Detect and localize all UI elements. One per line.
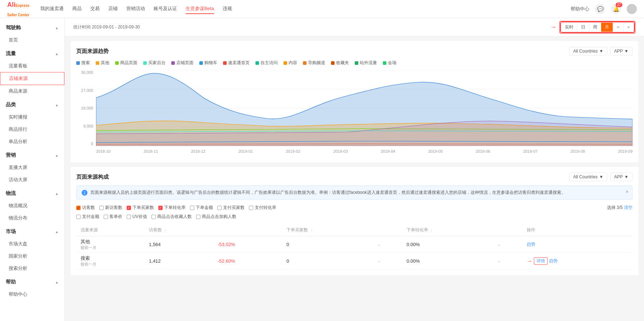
x-label-feb: 2019-02	[286, 149, 300, 153]
clear-button[interactable]: 清空	[624, 205, 632, 210]
composition-countries-dropdown[interactable]: All Countries ▼	[569, 173, 607, 181]
sidebar-section-category-header[interactable]: 品类 ▲	[0, 99, 64, 111]
trend-link-other[interactable]: 趋势	[527, 242, 535, 247]
orders-sub-cell-other: –	[373, 236, 402, 253]
chevron-down-icon: ▼	[599, 49, 603, 54]
nav-account[interactable]: 账号及认证	[154, 4, 177, 14]
metric-order-buyers[interactable]: ✓ 下单买家数	[127, 205, 154, 211]
chart-svg-container	[96, 70, 632, 146]
sidebar-item-product-source[interactable]: 商品来源	[0, 85, 64, 97]
sidebar-item-event-screen[interactable]: 活动大屏	[0, 174, 64, 186]
source-cell-search: 搜索 较前一月	[76, 253, 145, 269]
sidebar-section-marketing-header[interactable]: 营销 ▲	[0, 149, 64, 161]
metric-checkbox-pay-conv[interactable]	[249, 206, 253, 210]
sidebar-item-search-analysis[interactable]: 搜索分析	[0, 262, 64, 275]
legend-guide: 导购频道	[303, 60, 325, 66]
sidebar-item-country-analysis[interactable]: 国家分析	[0, 250, 64, 262]
nav-analytics[interactable]: 生意参谋Beta	[186, 4, 214, 14]
sidebar-section-help: 帮助 ▲ 帮助中心	[0, 276, 64, 300]
col-visitors[interactable]: 访客数 ↓	[145, 224, 213, 236]
metric-pay-conv[interactable]: 支付转化率	[249, 205, 276, 211]
metric-avg-order[interactable]: 客单价	[104, 214, 122, 220]
col-conv[interactable]: 下单转化率 ↓	[402, 224, 494, 236]
metric-checkbox-order-buyers[interactable]: ✓	[127, 206, 131, 210]
countries-dropdown[interactable]: All Countries ▼	[569, 47, 607, 55]
close-info-icon[interactable]: ×	[626, 189, 629, 195]
time-tab-week[interactable]: 周	[589, 23, 601, 32]
chat-icon[interactable]: 💬	[595, 4, 605, 14]
chevron-up-icon: ▲	[55, 153, 59, 157]
sidebar-section-cockpit-header[interactable]: 驾驶舱 ▲	[0, 22, 64, 34]
nav-my-aliexpress[interactable]: 我的速卖通	[40, 4, 64, 14]
notification-icon[interactable]: 🔔 27	[611, 4, 621, 14]
x-label-jan: 2019-01	[239, 149, 253, 153]
user-avatar[interactable]	[627, 4, 637, 14]
nav-violations[interactable]: 违规	[223, 4, 232, 14]
y-label-18000: 18,000	[76, 106, 96, 110]
sidebar-item-home[interactable]: 首页	[0, 34, 64, 46]
metric-checkbox-order-conv[interactable]: ✓	[158, 206, 163, 210]
time-tab-realtime[interactable]: 实时	[561, 23, 577, 32]
metric-checkbox-visitors[interactable]: ✓	[76, 206, 81, 210]
sidebar-item-logistics-distribution[interactable]: 物流分布	[0, 212, 64, 224]
sidebar-item-market-overview[interactable]: 市场大盘	[0, 238, 64, 250]
sidebar-item-logistics-overview[interactable]: 物流概况	[0, 200, 64, 212]
metric-checkbox-avg-order[interactable]	[104, 215, 108, 219]
sidebar-item-product-ranking[interactable]: 商品排行	[0, 123, 64, 135]
metric-pay-amount[interactable]: 支付金额	[76, 214, 99, 220]
sidebar-item-traffic-dashboard[interactable]: 流量看板	[0, 60, 64, 72]
source-cell-other: 其他 较前一月	[76, 236, 145, 253]
nav-transactions[interactable]: 交易	[90, 4, 100, 14]
detail-link-search[interactable]: 详情	[536, 258, 545, 263]
time-tab-month[interactable]: 月	[601, 23, 613, 32]
col-orders[interactable]: 下单买家数 ↓	[282, 224, 373, 236]
metric-checkbox-collect[interactable]	[151, 215, 156, 219]
stat-date: 统计时间 2019-09-01 - 2019-09-30	[73, 24, 140, 30]
metric-collect[interactable]: 商品点击收藏人数	[151, 214, 192, 220]
main-content: 统计时间 2019-09-01 - 2019-09-30 → 实时 日 周 月 …	[65, 18, 644, 321]
visitors-cell-other: 1,564	[145, 236, 213, 253]
sidebar-item-realtime[interactable]: 实时播报	[0, 111, 64, 123]
x-label-sep: 2019-09	[618, 149, 632, 153]
metric-pay-buyers[interactable]: 支付买家数	[217, 205, 245, 211]
actions-cell-other: 趋势	[522, 236, 632, 253]
x-label-dec: 2018-12	[191, 149, 205, 153]
x-label-jun: 2019-06	[476, 149, 490, 153]
nav-store[interactable]: 店铺	[108, 4, 118, 14]
trend-link-search[interactable]: 趋势	[549, 258, 558, 264]
metric-cart-add[interactable]: 商品点击加购人数	[196, 214, 236, 220]
metrics-row: ✓ 访客数 新访客数 ✓ 下单买家数 ✓ 下单转化率 下单金额	[76, 205, 632, 211]
chevron-down-icon: ▼	[624, 49, 629, 54]
metric-new-visitors[interactable]: 新访客数	[99, 205, 122, 211]
sidebar-item-store-source[interactable]: 店铺来源	[0, 72, 64, 85]
sidebar-item-livestream[interactable]: 直播大屏	[0, 161, 64, 174]
time-tab-day[interactable]: 日	[577, 23, 589, 32]
nav-products[interactable]: 商品	[72, 4, 82, 14]
metric-checkbox-uv[interactable]	[127, 215, 131, 219]
sidebar-section-logistics-header[interactable]: 物流 ▲	[0, 187, 64, 200]
app-dropdown[interactable]: APP ▼	[610, 47, 632, 55]
help-link[interactable]: 帮助中心	[571, 6, 589, 12]
sidebar-section-traffic-header[interactable]: 流量 ▲	[0, 48, 64, 60]
visitors-change-cell-other: -53.02%	[213, 236, 282, 253]
sidebar-section-market: 市场 ▲ 市场大盘 国家分析 搜索分析	[0, 226, 64, 275]
time-tab-prev[interactable]: ＜	[613, 23, 623, 32]
y-label-9000: 9,000	[76, 124, 96, 128]
metric-order-amount[interactable]: 下单金额	[190, 205, 213, 211]
metric-checkbox-pay-amount[interactable]	[76, 215, 81, 219]
metric-visitors[interactable]: ✓ 访客数	[76, 205, 95, 211]
metric-checkbox-new-visitors[interactable]	[99, 206, 104, 210]
metric-checkbox-order-amount[interactable]	[190, 206, 194, 210]
metric-order-conv[interactable]: ✓ 下单转化率	[158, 205, 186, 211]
nav-marketing[interactable]: 营销活动	[126, 4, 145, 14]
metric-checkbox-cart-add[interactable]	[196, 215, 200, 219]
metric-checkbox-pay-buyers[interactable]	[217, 206, 222, 210]
metric-uv[interactable]: UV价值	[127, 214, 147, 220]
time-tab-next[interactable]: ＞	[623, 23, 634, 32]
sidebar-section-help-header[interactable]: 帮助 ▲	[0, 276, 64, 288]
x-label-may: 2019-05	[428, 149, 443, 153]
composition-app-dropdown[interactable]: APP ▼	[610, 173, 632, 181]
sidebar-section-market-header[interactable]: 市场 ▲	[0, 226, 64, 238]
sidebar-item-help-center[interactable]: 帮助中心	[0, 288, 64, 300]
sidebar-item-product-analysis[interactable]: 单品分析	[0, 135, 64, 148]
